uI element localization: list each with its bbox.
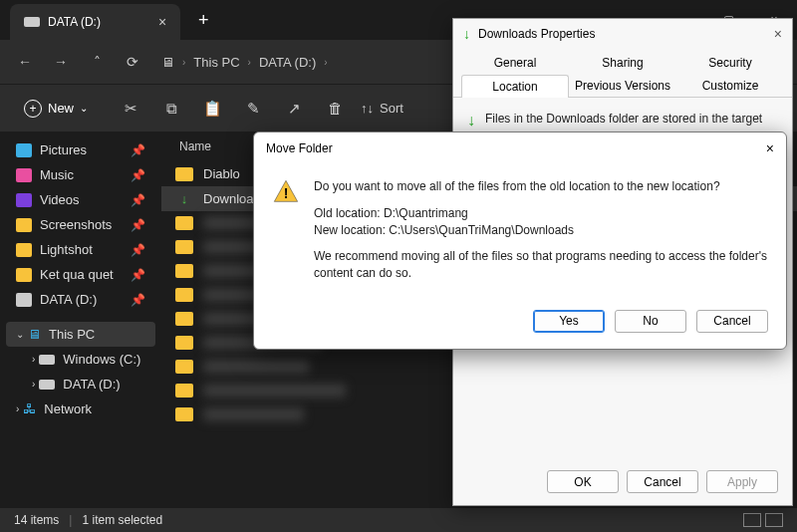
- drive-icon: [39, 380, 55, 390]
- tab-security[interactable]: Security: [676, 51, 784, 74]
- new-label: New: [48, 101, 74, 116]
- window-tab[interactable]: DATA (D:) ×: [10, 4, 180, 40]
- chevron-right-icon: ›: [32, 379, 35, 390]
- dialog-recommendation: We recommend moving all of the files so …: [314, 248, 768, 282]
- list-view-button[interactable]: [765, 513, 783, 527]
- pin-icon: 📌: [131, 168, 145, 182]
- tab-close-icon[interactable]: ×: [158, 14, 166, 30]
- up-button[interactable]: ˄: [82, 47, 112, 77]
- delete-button[interactable]: 🗑: [316, 91, 354, 127]
- properties-titlebar[interactable]: ↓ Downloads Properties ×: [453, 19, 792, 49]
- folder-icon: [175, 264, 193, 278]
- sidebar-label: Windows (C:): [63, 352, 140, 367]
- folder-icon: [175, 312, 193, 326]
- breadcrumb-item[interactable]: DATA (D:): [259, 55, 316, 70]
- sidebar-item-lightshot[interactable]: Lightshot📌: [6, 237, 155, 262]
- chevron-right-icon: ›: [32, 354, 35, 365]
- sort-button[interactable]: ↑↓ Sort: [361, 101, 403, 116]
- folder-icon: [175, 384, 193, 398]
- properties-title: Downloads Properties: [478, 27, 595, 41]
- sidebar-label: Music: [40, 167, 74, 182]
- selected-count: 1 item selected: [82, 513, 162, 527]
- rename-button[interactable]: ✎: [234, 91, 272, 127]
- sidebar-label: Network: [44, 401, 92, 416]
- no-button[interactable]: No: [615, 310, 686, 333]
- back-button[interactable]: ←: [10, 47, 40, 77]
- chevron-down-icon: ⌄: [80, 103, 88, 114]
- details-view-button[interactable]: [743, 513, 761, 527]
- location-description: Files in the Downloads folder are stored…: [485, 112, 762, 130]
- new-location: New location: C:\Users\QuanTriMang\Downl…: [314, 223, 574, 237]
- warning-icon: !: [272, 178, 300, 206]
- pin-icon: 📌: [131, 143, 145, 157]
- folder-icon: [175, 167, 193, 181]
- sidebar-item-pictures[interactable]: Pictures📌: [6, 137, 155, 162]
- breadcrumb[interactable]: 🖥 › This PC › DATA (D:) ›: [161, 55, 328, 70]
- sidebar-label: This PC: [49, 327, 95, 342]
- pin-icon: 📌: [131, 193, 145, 207]
- chevron-right-icon: ›: [182, 57, 185, 68]
- refresh-button[interactable]: ⟳: [118, 47, 147, 77]
- sidebar-item-screenshots[interactable]: Screenshots📌: [6, 212, 155, 237]
- sidebar-item-drive[interactable]: ›Windows (C:): [6, 347, 155, 372]
- chevron-right-icon: ›: [248, 57, 251, 68]
- cancel-button[interactable]: Cancel: [627, 470, 698, 493]
- folder-icon: [16, 293, 32, 307]
- item-count: 14 items: [14, 513, 59, 527]
- sidebar-label: Pictures: [40, 142, 87, 157]
- paste-button[interactable]: 📋: [193, 91, 231, 127]
- sort-icon: ↑↓: [361, 101, 374, 116]
- chevron-right-icon: ›: [324, 57, 327, 68]
- download-icon: ↓: [175, 192, 193, 206]
- sidebar-item-data-d-[interactable]: DATA (D:)📌: [6, 287, 155, 312]
- breadcrumb-item[interactable]: This PC: [193, 55, 239, 70]
- share-button[interactable]: ↗: [275, 91, 313, 127]
- file-name: Diablo: [203, 166, 240, 181]
- file-name: [203, 384, 346, 398]
- apply-button[interactable]: Apply: [706, 470, 778, 493]
- chevron-down-icon: ⌄: [16, 329, 24, 340]
- folder-icon: [175, 288, 193, 302]
- ok-button[interactable]: OK: [547, 470, 619, 493]
- monitor-icon: 🖥: [28, 327, 41, 342]
- pin-icon: 📌: [131, 243, 145, 257]
- download-icon: ↓: [463, 26, 470, 42]
- sidebar-item-music[interactable]: Music📌: [6, 162, 155, 187]
- download-icon: ↓: [467, 112, 475, 130]
- tab-location[interactable]: Location: [461, 75, 569, 98]
- tab-previous-versions[interactable]: Previous Versions: [569, 74, 676, 97]
- folder-icon: [16, 268, 32, 282]
- sidebar-item-this-pc[interactable]: ⌄ 🖥 This PC: [6, 322, 155, 347]
- forward-button[interactable]: →: [46, 47, 76, 77]
- sidebar-item-drive[interactable]: ›DATA (D:): [6, 372, 155, 397]
- folder-icon: [175, 240, 193, 254]
- tab-title: DATA (D:): [48, 15, 101, 29]
- drive-icon: [24, 17, 40, 27]
- sidebar-item-ket-qua-quet[interactable]: Ket qua quet📌: [6, 262, 155, 287]
- close-icon[interactable]: ×: [766, 140, 774, 156]
- folder-icon: [175, 216, 193, 230]
- sidebar-label: Screenshots: [40, 217, 112, 232]
- monitor-icon: 🖥: [161, 55, 174, 70]
- new-button[interactable]: + New ⌄: [16, 94, 96, 124]
- copy-button[interactable]: ⧉: [152, 91, 190, 127]
- pin-icon: 📌: [131, 268, 145, 282]
- cut-button[interactable]: ✂: [112, 91, 149, 127]
- dialog-titlebar[interactable]: Move Folder ×: [254, 133, 786, 164]
- folder-icon: [16, 243, 32, 257]
- sidebar-item-network[interactable]: › 🖧 Network: [6, 397, 155, 421]
- properties-tabs: General Sharing Security Location Previo…: [453, 49, 792, 98]
- yes-button[interactable]: Yes: [533, 310, 605, 333]
- cancel-button[interactable]: Cancel: [696, 310, 768, 333]
- sidebar-item-videos[interactable]: Videos📌: [6, 187, 155, 212]
- move-folder-dialog: Move Folder × ! Do you want to move all …: [253, 132, 787, 350]
- tab-customize[interactable]: Customize: [676, 74, 784, 97]
- new-tab-button[interactable]: +: [198, 10, 209, 31]
- file-name: [203, 360, 309, 374]
- tab-general[interactable]: General: [461, 51, 569, 74]
- sidebar-label: DATA (D:): [40, 292, 97, 307]
- close-icon[interactable]: ×: [774, 26, 782, 42]
- folder-icon: [175, 407, 193, 421]
- tab-sharing[interactable]: Sharing: [569, 51, 676, 74]
- pin-icon: 📌: [131, 218, 145, 232]
